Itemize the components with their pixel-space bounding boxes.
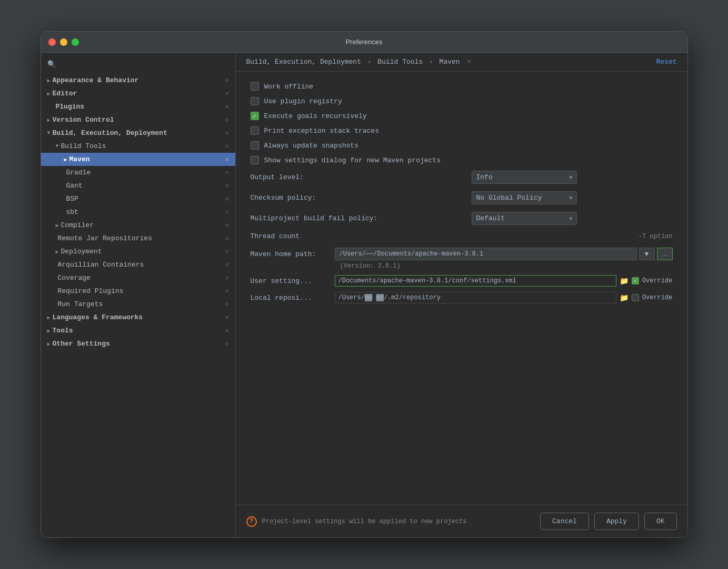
arrow-icon: ▶ — [47, 91, 51, 97]
sidebar-item-editor[interactable]: ▶ Editor ≡ — [41, 87, 235, 100]
sidebar-item-label: Run Targets — [58, 300, 103, 308]
user-settings-label: User setting... — [251, 277, 335, 285]
sidebar-item-remote-jar[interactable]: Remote Jar Repositories ≡ — [41, 232, 235, 245]
badge-icon: ≡ — [225, 341, 229, 347]
sidebar-item-label: sbt — [66, 208, 78, 216]
help-icon[interactable]: ? — [246, 516, 257, 527]
sidebar-item-appearance[interactable]: ▶ Appearance & Behavior ≡ — [41, 74, 235, 87]
sidebar-item-label: Plugins — [56, 103, 85, 111]
arrow-icon: ▶ — [47, 341, 51, 347]
work-offline-label[interactable]: Work offline — [264, 83, 314, 91]
search-input[interactable] — [59, 61, 229, 68]
minimize-button[interactable] — [60, 38, 67, 46]
breadcrumb-part2: Build Tools — [377, 58, 423, 66]
show-settings-row: Show settings dialog for new Maven proje… — [251, 156, 673, 164]
user-settings-input[interactable] — [335, 275, 616, 287]
output-level-select-wrapper: Info Debug Warn Error — [472, 171, 577, 184]
sidebar-item-bsp[interactable]: BSP ≡ — [41, 192, 235, 205]
maximize-button[interactable] — [72, 38, 79, 46]
sidebar-item-version-control[interactable]: ▶ Version Control ≡ — [41, 113, 235, 126]
preferences-window: Preferences 🔍 ▶ Appearance & Behavior ≡ … — [41, 31, 688, 538]
arrow-icon: ▶ — [56, 222, 59, 229]
sidebar-item-sbt[interactable]: sbt ≡ — [41, 205, 235, 219]
sidebar-item-label: Editor — [53, 90, 77, 97]
override-label-1: Override — [642, 277, 673, 284]
sidebar-item-compiler[interactable]: ▶ Compiler ≡ — [41, 219, 235, 232]
sidebar-item-languages[interactable]: ▶ Languages & Frameworks ≡ — [41, 311, 235, 324]
use-plugin-registry-label[interactable]: Use plugin registry — [264, 97, 342, 105]
checksum-policy-select[interactable]: No Global Policy Strict Lax — [472, 191, 577, 204]
badge-icon: ≡ — [225, 117, 229, 123]
always-update-label[interactable]: Always update snapshots — [264, 142, 358, 150]
badge-icon: ≡ — [225, 196, 229, 202]
local-repo-folder-icon[interactable]: 📁 — [620, 293, 629, 302]
sidebar-item-arquillian[interactable]: Arquillian Containers ≡ — [41, 258, 235, 271]
print-exception-checkbox[interactable] — [251, 126, 259, 135]
sidebar-item-other-settings[interactable]: ▶ Other Settings ≡ — [41, 337, 235, 350]
sidebar-item-label: Required Plugins — [58, 287, 124, 295]
multiproject-policy-label: Multiproject build fail policy: — [251, 214, 472, 222]
output-level-label: Output level: — [251, 173, 472, 181]
maven-home-dropdown-button[interactable]: ▼ — [639, 248, 655, 260]
badge-icon: ≡ — [225, 183, 229, 189]
breadcrumb-separator2: › — [429, 58, 437, 66]
use-plugin-registry-checkbox[interactable] — [251, 97, 259, 105]
multiproject-policy-select[interactable]: Default At End Never Always — [472, 212, 577, 225]
sidebar-item-label: Maven — [69, 155, 90, 163]
user-settings-override-checkbox[interactable]: ✓ — [632, 277, 639, 284]
sidebar-item-maven[interactable]: ▶ Maven ≡ — [41, 153, 235, 166]
close-button[interactable] — [48, 38, 56, 46]
t-option-label: -T option — [639, 233, 673, 240]
badge-icon: ≡ — [225, 130, 229, 136]
sidebar-item-required-plugins[interactable]: Required Plugins ≡ — [41, 284, 235, 298]
local-repo-input[interactable] — [335, 292, 616, 303]
execute-goals-label[interactable]: Execute goals recursively — [264, 112, 367, 120]
sidebar-item-coverage[interactable]: Coverage ≡ — [41, 271, 235, 284]
thread-count-row: Thread count -T option — [251, 232, 673, 240]
ok-button[interactable]: OK — [644, 513, 677, 530]
work-offline-checkbox[interactable] — [251, 82, 259, 91]
footer-text: Project-level settings will be applied t… — [262, 518, 467, 525]
user-settings-folder-icon[interactable]: 📁 — [620, 277, 629, 286]
sidebar-item-label: Version Control — [53, 116, 114, 124]
sidebar-item-label: Build Tools — [61, 142, 106, 150]
badge-icon: ≡ — [225, 236, 229, 242]
footer: ? Project-level settings will be applied… — [236, 505, 687, 537]
always-update-checkbox[interactable] — [251, 141, 259, 150]
badge-icon: ≡ — [225, 77, 229, 84]
maven-home-label: Maven home path: — [251, 250, 335, 258]
sidebar: 🔍 ▶ Appearance & Behavior ≡ ▶ Editor ≡ P… — [41, 53, 236, 537]
always-update-row: Always update snapshots — [251, 141, 673, 150]
sidebar-item-gant[interactable]: Gant ≡ — [41, 179, 235, 192]
sidebar-item-build-tools[interactable]: ▼ Build Tools ≡ — [41, 140, 235, 153]
show-settings-label[interactable]: Show settings dialog for new Maven proje… — [264, 156, 441, 164]
reset-button[interactable]: Reset — [656, 58, 676, 66]
maven-home-browse-button[interactable]: … — [657, 248, 673, 260]
print-exception-row: Print exception stack traces — [251, 126, 673, 135]
sidebar-item-gradle[interactable]: Gradle ≡ — [41, 166, 235, 179]
local-repo-override-checkbox[interactable] — [632, 294, 639, 301]
sidebar-item-build-execution[interactable]: ▼ Build, Execution, Deployment ≡ — [41, 126, 235, 140]
badge-icon: ≡ — [225, 170, 229, 176]
sidebar-item-label: Tools — [53, 327, 73, 335]
sidebar-item-label: BSP — [66, 195, 78, 203]
footer-info: ? Project-level settings will be applied… — [246, 516, 541, 527]
arrow-icon: ▶ — [64, 156, 67, 163]
show-settings-checkbox[interactable] — [251, 156, 259, 164]
titlebar: Preferences — [41, 32, 687, 53]
arrow-icon: ▼ — [47, 130, 51, 136]
sidebar-item-run-targets[interactable]: Run Targets ≡ — [41, 298, 235, 311]
cancel-button[interactable]: Cancel — [540, 513, 589, 530]
breadcrumb-icon: ≡ — [467, 58, 471, 66]
badge-icon: ≡ — [225, 288, 229, 295]
sidebar-item-tools[interactable]: ▶ Tools ≡ — [41, 324, 235, 337]
print-exception-label[interactable]: Print exception stack traces — [264, 127, 379, 135]
sidebar-item-plugins[interactable]: Plugins ≡ — [41, 100, 235, 113]
badge-icon: ≡ — [225, 143, 229, 150]
output-level-select[interactable]: Info Debug Warn Error — [472, 171, 577, 184]
apply-button[interactable]: Apply — [594, 513, 639, 530]
maven-home-input[interactable] — [335, 248, 637, 260]
arrow-icon: ▶ — [56, 249, 59, 255]
sidebar-item-deployment[interactable]: ▶ Deployment ≡ — [41, 245, 235, 258]
execute-goals-checkbox[interactable]: ✓ — [251, 112, 259, 120]
